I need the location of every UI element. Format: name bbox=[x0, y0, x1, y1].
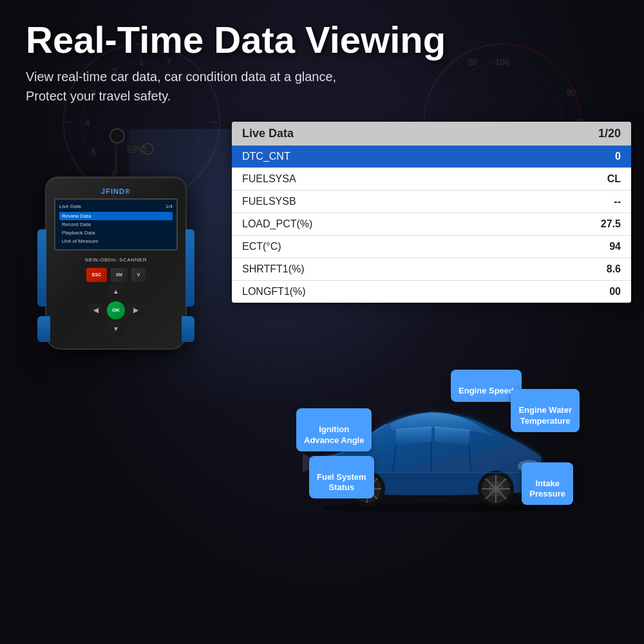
esc-button[interactable]: ESC bbox=[86, 268, 107, 282]
callout-intake-pressure: Intake Pressure bbox=[522, 462, 573, 506]
row-value-fuelsysa: CL bbox=[607, 173, 621, 185]
screen-menu-item-playback[interactable]: Playback Data bbox=[59, 229, 173, 237]
im-button[interactable]: I/M bbox=[111, 268, 128, 282]
screen-header: Live Data 1/4 bbox=[59, 204, 173, 209]
row-label-ect: ECT(°C) bbox=[242, 241, 281, 252]
left-arrow-button[interactable]: ◀ bbox=[89, 304, 103, 317]
blue-bottom-grip-right bbox=[182, 316, 194, 342]
row-label-load: LOAD_PCT(%) bbox=[242, 218, 312, 230]
ok-button[interactable]: OK bbox=[107, 301, 125, 319]
scanner-brand: JFIND® bbox=[54, 187, 178, 195]
scanner-device: JFIND® Live Data 1/4 Review Data bbox=[45, 135, 187, 350]
row-value-load: 27.5 bbox=[601, 218, 621, 230]
callout-engine-water-temperature: Engine WaterTemperature bbox=[511, 389, 580, 432]
screen-menu-item-review[interactable]: Review Data bbox=[59, 212, 173, 220]
table-row-load: LOAD_PCT(%) 27.5 bbox=[232, 213, 631, 236]
car-visual: Engine Speed Engine WaterTemperature Ign… bbox=[290, 370, 573, 511]
scanner-cable bbox=[115, 135, 117, 173]
blue-bottom-grip-left bbox=[37, 316, 50, 342]
table-row-ect: ECT(°C) 94 bbox=[232, 236, 631, 258]
top-button-row: ESC I/M V bbox=[86, 268, 146, 282]
table-page-indicator: 1/20 bbox=[598, 127, 621, 140]
main-content: JFIND® Live Data 1/4 Review Data bbox=[0, 115, 644, 585]
screen-menu-item-record[interactable]: Record Data bbox=[59, 220, 173, 229]
arrow-down-row: ▼ bbox=[109, 323, 123, 336]
page-title: Real-Time Data Viewing bbox=[26, 19, 618, 61]
row-value-fuelsysb: -- bbox=[614, 196, 621, 207]
blue-grip-right bbox=[185, 229, 194, 307]
svg-point-23 bbox=[322, 503, 541, 511]
table-row-fuelsysb: FUELSYSB -- bbox=[232, 191, 631, 213]
live-data-table: Live Data 1/20 DTC_CNT 0 FUELSYSA CL FUE… bbox=[232, 122, 631, 303]
table-row-dtc: DTC_CNT 0 bbox=[232, 146, 631, 168]
arrow-up-row: ▲ bbox=[109, 285, 123, 298]
table-row-shrtft: SHRTFT1(%) 8.6 bbox=[232, 258, 631, 281]
table-header: Live Data 1/20 bbox=[232, 122, 631, 146]
row-label-fuelsysa: FUELSYSA bbox=[242, 173, 296, 185]
header-section: Real-Time Data Viewing View real-time ca… bbox=[0, 0, 644, 115]
row-label-shrtft: SHRTFT1(%) bbox=[242, 263, 305, 275]
right-section: Live Data 1/20 DTC_CNT 0 FUELSYSA CL FUE… bbox=[232, 122, 631, 585]
table-title: Live Data bbox=[242, 127, 294, 140]
row-value-dtc: 0 bbox=[615, 151, 621, 162]
up-arrow-button[interactable]: ▲ bbox=[109, 285, 123, 298]
screen-menu: Review Data Record Data Playback Data Un… bbox=[59, 212, 173, 245]
callout-fuel-system-status: Fuel SystemStatus bbox=[309, 456, 374, 499]
scanner-screen: Live Data 1/4 Review Data Record Data bbox=[54, 198, 178, 251]
screen-menu-item-unit[interactable]: Unit of Measure bbox=[59, 237, 173, 245]
blue-grip-left bbox=[37, 229, 46, 307]
v-button[interactable]: V bbox=[131, 268, 146, 282]
row-value-ect: 94 bbox=[609, 241, 621, 252]
button-area: ESC I/M V ▲ ◀ OK ▶ ▼ bbox=[54, 268, 178, 336]
right-arrow-button[interactable]: ▶ bbox=[129, 304, 143, 317]
callout-ignition-advance-angle: IgnitionAdvance Angle bbox=[296, 408, 372, 451]
content-wrapper: Real-Time Data Viewing View real-time ca… bbox=[0, 0, 644, 644]
car-section: Engine Speed Engine WaterTemperature Ign… bbox=[232, 296, 631, 585]
page-subtitle: View real-time car data, car condition d… bbox=[26, 67, 618, 106]
scanner-section: JFIND® Live Data 1/4 Review Data bbox=[13, 122, 219, 585]
scanner-model-label: NEW-OBDII- SCANNER bbox=[54, 257, 178, 263]
middle-button-row: ◀ OK ▶ bbox=[89, 301, 143, 319]
row-label-dtc: DTC_CNT bbox=[242, 151, 290, 162]
table-row-fuelsysa: FUELSYSA CL bbox=[232, 168, 631, 191]
row-value-shrtft: 8.6 bbox=[607, 263, 621, 275]
scanner-body: JFIND® Live Data 1/4 Review Data bbox=[45, 176, 187, 350]
down-arrow-button[interactable]: ▼ bbox=[109, 323, 123, 336]
row-label-fuelsysb: FUELSYSB bbox=[242, 196, 296, 207]
